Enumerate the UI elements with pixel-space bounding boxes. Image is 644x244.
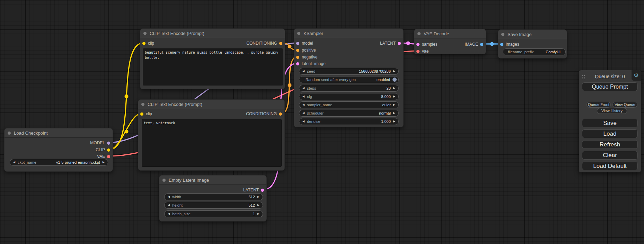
clip-output-port[interactable]	[107, 148, 110, 152]
steps-widget[interactable]: ◀ steps 20 ▶	[299, 85, 399, 92]
stepper-right-icon[interactable]: ▶	[393, 93, 395, 100]
positive-prompt-textarea[interactable]: beautiful scenery nature glass bottle la…	[143, 48, 283, 85]
wire-clip-to-negative-prompt	[109, 114, 141, 150]
node-load-checkpoint[interactable]: Load Checkpoint MODEL CLIP VAE ◀ ckpt_na…	[4, 128, 113, 172]
node-ksampler[interactable]: KSampler model positive negative latent_…	[294, 28, 404, 127]
negative-prompt-textarea[interactable]: text, watermark	[142, 119, 282, 167]
sampler-name-widget[interactable]: ◀ sampler_name euler ▶	[299, 101, 399, 108]
stepper-right-icon[interactable]: ▶	[103, 159, 105, 166]
toggle-knob-icon[interactable]	[392, 78, 397, 82]
node-title: KSampler	[303, 31, 323, 36]
stepper-left-icon[interactable]: ◀	[13, 159, 15, 166]
wire-midpoint-dot	[288, 45, 292, 48]
stepper-left-icon[interactable]: ◀	[168, 202, 170, 209]
load-button[interactable]: Load	[582, 129, 638, 138]
negative-input-port[interactable]	[296, 56, 299, 59]
node-title-bar[interactable]: CLIP Text Encode (Prompt)	[140, 29, 285, 38]
node-graph-canvas[interactable]: Load Checkpoint MODEL CLIP VAE ◀ ckpt_na…	[0, 0, 644, 244]
node-title: CLIP Text Encode (Prompt)	[150, 31, 204, 36]
node-title: CLIP Text Encode (Prompt)	[148, 102, 202, 107]
stepper-right-icon[interactable]: ▶	[393, 101, 395, 108]
node-clip-text-encode-negative[interactable]: CLIP Text Encode (Prompt) clip CONDITION…	[138, 99, 285, 171]
node-empty-latent-image[interactable]: Empty Latent Image LATENT ◀ width 512 ▶ …	[159, 175, 267, 222]
node-title: Save Image	[508, 32, 531, 37]
images-input-port[interactable]	[500, 43, 503, 46]
cfg-widget[interactable]: ◀ cfg 8.000 ▶	[299, 93, 399, 100]
settings-button[interactable]: ⚙	[632, 70, 641, 81]
collapse-toggle-icon[interactable]	[297, 32, 300, 35]
stepper-left-icon[interactable]: ◀	[168, 210, 170, 217]
output-label: CLIP	[96, 147, 105, 152]
save-button[interactable]: Save	[582, 119, 638, 127]
node-title: VAE Decode	[424, 31, 449, 36]
latent-output-port[interactable]	[261, 189, 264, 192]
wire-midpoint-dot	[406, 42, 410, 45]
latent-output-port[interactable]	[398, 42, 401, 45]
random-seed-toggle-widget[interactable]: Random seed after every gen enabled	[299, 76, 399, 83]
ckpt-name-widget[interactable]: ◀ ckpt_name v1-5-pruned-emaonly.ckpt ▶	[10, 159, 108, 166]
wire-midpoint-dot	[125, 130, 129, 134]
denoise-widget[interactable]: ◀ denoise 1.000 ▶	[299, 118, 399, 125]
node-title: Load Checkpoint	[14, 130, 48, 136]
wire-midpoint-dot	[288, 83, 292, 87]
width-widget[interactable]: ◀ width 512 ▶	[164, 193, 263, 200]
queue-front-button[interactable]: Queue Front	[586, 102, 611, 108]
stepper-left-icon[interactable]: ◀	[302, 110, 305, 117]
stepper-right-icon[interactable]: ▶	[257, 193, 259, 200]
node-title-bar[interactable]: Empty Latent Image	[159, 175, 266, 185]
height-widget[interactable]: ◀ height 512 ▶	[164, 202, 263, 209]
latent-image-input-port[interactable]	[296, 62, 299, 65]
output-label: MODEL	[90, 141, 105, 145]
scheduler-widget[interactable]: ◀ scheduler normal ▶	[299, 110, 399, 117]
clear-button[interactable]: Clear	[582, 151, 638, 160]
stepper-right-icon[interactable]: ▶	[393, 85, 395, 92]
queue-panel[interactable]: Queue size: 0 ⚙ Queue Prompt Extra optio…	[579, 70, 641, 172]
gear-icon: ⚙	[634, 73, 638, 78]
stepper-right-icon[interactable]: ▶	[257, 202, 259, 209]
node-title-bar[interactable]: Load Checkpoint	[5, 128, 113, 138]
batch-size-widget[interactable]: ◀ batch_size 1 ▶	[164, 210, 263, 217]
positive-input-port[interactable]	[296, 49, 299, 52]
stepper-right-icon[interactable]: ▶	[393, 68, 395, 75]
stepper-left-icon[interactable]: ◀	[302, 85, 305, 92]
collapse-toggle-icon[interactable]	[141, 103, 144, 106]
view-history-button[interactable]: View History	[597, 108, 627, 114]
conditioning-output-port[interactable]	[279, 42, 282, 45]
filename-prefix-widget[interactable]: filename_prefix ComfyUI	[503, 48, 566, 55]
wire-midpoint-dot	[490, 42, 494, 46]
node-title-bar[interactable]: Save Image	[498, 30, 567, 39]
collapse-toggle-icon[interactable]	[143, 32, 147, 35]
stepper-right-icon[interactable]: ▶	[257, 210, 259, 217]
node-clip-text-encode-positive[interactable]: CLIP Text Encode (Prompt) clip CONDITION…	[140, 28, 285, 89]
load-default-button[interactable]: Load Default	[582, 162, 638, 170]
stepper-left-icon[interactable]: ◀	[302, 68, 305, 75]
output-label: VAE	[97, 154, 105, 159]
conditioning-output-port[interactable]	[279, 112, 282, 116]
vae-output-port[interactable]	[107, 155, 110, 158]
node-title: Empty Latent Image	[169, 178, 209, 183]
node-title-bar[interactable]: VAE Decode	[414, 29, 486, 38]
collapse-toggle-icon[interactable]	[417, 32, 421, 35]
stepper-left-icon[interactable]: ◀	[168, 193, 170, 200]
node-title-bar[interactable]: KSampler	[294, 29, 403, 38]
collapse-toggle-icon[interactable]	[501, 33, 504, 36]
collapse-toggle-icon[interactable]	[8, 132, 11, 135]
node-title-bar[interactable]: CLIP Text Encode (Prompt)	[138, 100, 284, 109]
refresh-button[interactable]: Refresh	[582, 140, 638, 149]
stepper-left-icon[interactable]: ◀	[302, 93, 305, 100]
stepper-right-icon[interactable]: ▶	[393, 110, 395, 117]
node-save-image[interactable]: Save Image images filename_prefix ComfyU…	[498, 29, 567, 58]
collapse-toggle-icon[interactable]	[162, 179, 166, 182]
stepper-left-icon[interactable]: ◀	[302, 101, 305, 108]
model-output-port[interactable]	[107, 142, 110, 145]
wire-midpoint-dot	[125, 94, 129, 98]
seed-widget[interactable]: ◀ seed 156680208700286 ▶	[299, 68, 399, 75]
stepper-right-icon[interactable]: ▶	[393, 118, 395, 125]
node-vae-decode[interactable]: VAE Decode samples vae IMAGE	[414, 29, 486, 54]
queue-prompt-button[interactable]: Queue Prompt	[582, 82, 638, 91]
image-output-port[interactable]	[480, 43, 483, 46]
view-queue-button[interactable]: View Queue	[612, 102, 637, 108]
stepper-left-icon[interactable]: ◀	[302, 118, 305, 125]
vae-input-port[interactable]	[416, 50, 420, 53]
